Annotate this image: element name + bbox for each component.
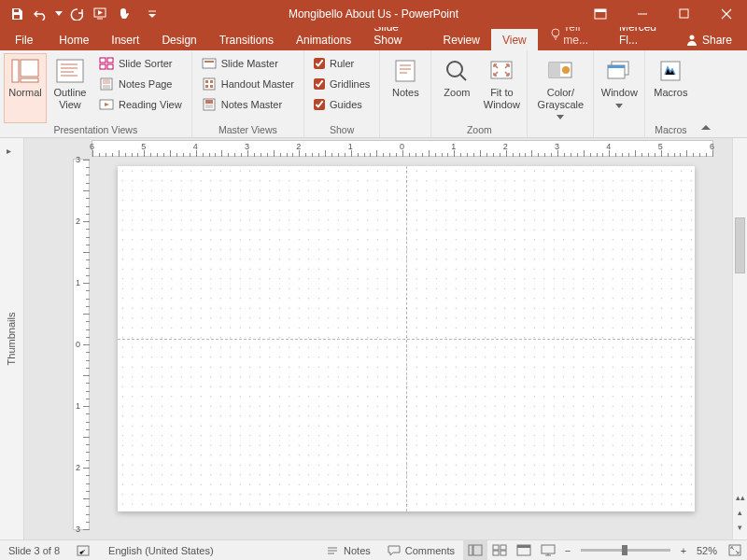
svg-rect-36 — [608, 65, 625, 68]
notes-page-icon — [99, 77, 114, 91]
outline-view-button[interactable]: Outline View — [49, 53, 92, 123]
macros-button[interactable]: Macros — [649, 53, 692, 123]
svg-rect-39 — [469, 545, 472, 555]
normal-view-button[interactable]: Normal — [4, 53, 47, 123]
svg-rect-0 — [14, 9, 19, 12]
notes-master-icon — [202, 97, 217, 112]
notes-status-icon — [326, 545, 339, 556]
share-button[interactable]: Share — [676, 30, 741, 50]
reading-view-status-button[interactable] — [512, 540, 536, 560]
gridlines-checkbox[interactable]: Gridlines — [308, 74, 375, 94]
tab-view[interactable]: View — [491, 29, 538, 50]
undo-icon[interactable] — [30, 3, 52, 25]
svg-rect-17 — [103, 79, 110, 84]
previous-slide-button[interactable]: ▴▴ — [733, 493, 747, 508]
thumbnails-pane-collapsed[interactable]: ▸ Thumbnails — [0, 138, 24, 539]
slide-number-status[interactable]: Slide 3 of 8 — [0, 540, 68, 560]
svg-rect-41 — [493, 545, 499, 550]
share-icon — [685, 34, 698, 47]
scroll-up-button[interactable]: ▴ — [733, 508, 747, 523]
expand-thumbnails-icon[interactable]: ▸ — [7, 146, 11, 156]
fit-to-window-status-button[interactable] — [723, 540, 747, 560]
tab-review[interactable]: Review — [432, 29, 491, 50]
redo-icon[interactable] — [65, 3, 88, 25]
svg-point-29 — [447, 62, 462, 77]
tab-home[interactable]: Home — [48, 29, 100, 50]
svg-rect-10 — [21, 78, 38, 82]
tab-file[interactable]: File — [0, 29, 48, 50]
maximize-button[interactable] — [663, 0, 705, 27]
zoom-slider-thumb[interactable] — [622, 545, 627, 555]
fit-to-window-icon — [486, 57, 516, 85]
window-button[interactable]: Window — [598, 53, 641, 123]
svg-rect-12 — [100, 58, 106, 63]
next-slide-button[interactable]: ▾ — [733, 523, 747, 538]
svg-rect-15 — [107, 64, 113, 69]
status-bar: Slide 3 of 8 English (United States) Not… — [0, 539, 747, 560]
ribbon-display-options-icon[interactable] — [579, 0, 621, 27]
zoom-level[interactable]: 52% — [691, 540, 723, 560]
group-zoom: Zoom Fit to Window Zoom — [431, 50, 528, 137]
horizontal-guide[interactable] — [118, 339, 695, 340]
zoom-in-button[interactable]: + — [676, 545, 691, 556]
language-status[interactable]: English (United States) — [100, 540, 222, 560]
tab-transitions[interactable]: Transitions — [208, 29, 285, 50]
close-button[interactable] — [705, 0, 747, 27]
svg-rect-21 — [204, 78, 215, 90]
svg-rect-9 — [21, 60, 38, 77]
start-from-beginning-icon[interactable] — [90, 3, 112, 25]
svg-point-7 — [689, 35, 694, 40]
slide-master-icon — [202, 56, 217, 71]
slide-master-button[interactable]: Slide Master — [196, 53, 300, 74]
spell-check-status[interactable] — [68, 540, 100, 560]
slide-sorter-status-button[interactable] — [487, 540, 512, 560]
normal-view-status-button[interactable] — [463, 540, 487, 560]
normal-view-icon — [10, 57, 40, 85]
svg-rect-46 — [517, 545, 530, 548]
guides-checkbox[interactable]: Guides — [308, 94, 375, 115]
svg-rect-42 — [500, 545, 506, 550]
group-color-grayscale: Color/ Grayscale — [528, 50, 594, 137]
touch-mouse-mode-icon[interactable] — [114, 3, 136, 25]
title-bar: Mongibello About Us - PowerPoint — [0, 0, 747, 27]
handout-master-button[interactable]: Handout Master — [196, 74, 300, 94]
window-icon — [604, 57, 634, 85]
vertical-ruler[interactable]: 3210123 — [73, 159, 90, 530]
svg-rect-32 — [549, 63, 560, 77]
handout-master-icon — [202, 77, 217, 91]
slideshow-status-button[interactable] — [536, 540, 560, 560]
zoom-out-button[interactable]: − — [560, 545, 575, 556]
tab-insert[interactable]: Insert — [100, 29, 150, 50]
undo-dropdown-icon[interactable] — [54, 3, 63, 25]
spellcheck-icon — [77, 544, 92, 557]
scrollbar-thumb[interactable] — [735, 217, 745, 273]
notes-page-button[interactable]: Notes Page — [93, 74, 188, 94]
qat-customize-dropdown-icon[interactable] — [146, 3, 159, 25]
notes-toggle[interactable]: Notes — [317, 540, 379, 560]
minimize-button[interactable] — [621, 0, 663, 27]
save-icon[interactable] — [6, 3, 28, 25]
group-notes: Notes — [380, 50, 431, 137]
vertical-scrollbar[interactable]: ▴▴ ▴ ▾ — [732, 138, 747, 539]
zoom-button[interactable]: Zoom — [435, 53, 478, 123]
color-grayscale-button[interactable]: Color/ Grayscale — [531, 53, 589, 126]
svg-rect-47 — [542, 545, 555, 553]
ribbon: Normal Outline View Slide Sorter Notes P… — [0, 50, 747, 138]
fit-to-window-button[interactable]: Fit to Window — [480, 53, 523, 123]
tab-animations[interactable]: Animations — [285, 29, 362, 50]
svg-rect-19 — [203, 59, 216, 68]
ruler-checkbox[interactable]: Ruler — [308, 53, 375, 74]
group-show: Ruler Gridlines Guides Show — [304, 50, 380, 137]
reading-view-button[interactable]: Reading View — [93, 94, 188, 115]
horizontal-ruler[interactable]: 6543210123456 — [92, 140, 713, 157]
tab-design[interactable]: Design — [150, 29, 207, 50]
window-controls — [579, 0, 747, 27]
slide-sorter-button[interactable]: Slide Sorter — [93, 53, 188, 74]
collapse-ribbon-button[interactable] — [696, 50, 716, 137]
svg-rect-24 — [205, 85, 208, 88]
notes-button[interactable]: Notes — [384, 53, 427, 123]
notes-master-button[interactable]: Notes Master — [196, 94, 300, 115]
zoom-slider[interactable] — [581, 549, 670, 552]
slide-canvas[interactable] — [118, 166, 695, 511]
comments-toggle[interactable]: Comments — [379, 540, 463, 560]
